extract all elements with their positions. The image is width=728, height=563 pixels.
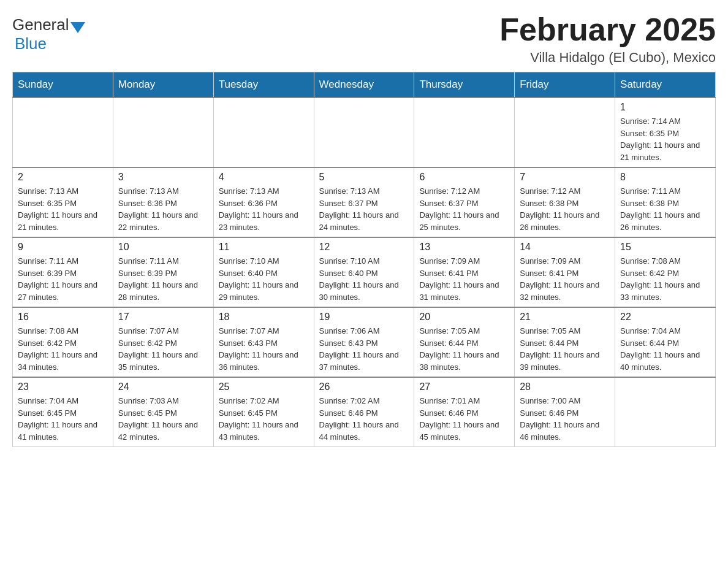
day-info: Sunrise: 7:10 AMSunset: 6:40 PMDaylight:… — [219, 255, 309, 303]
day-info: Sunrise: 7:12 AMSunset: 6:37 PMDaylight:… — [419, 185, 509, 233]
day-number: 18 — [219, 312, 309, 323]
day-number: 8 — [620, 172, 710, 183]
calendar-cell: 15Sunrise: 7:08 AMSunset: 6:42 PMDayligh… — [615, 237, 716, 307]
calendar-cell: 7Sunrise: 7:12 AMSunset: 6:38 PMDaylight… — [515, 167, 615, 237]
day-number: 10 — [118, 242, 208, 253]
day-number: 20 — [419, 312, 509, 323]
calendar-cell: 9Sunrise: 7:11 AMSunset: 6:39 PMDaylight… — [13, 237, 113, 307]
day-number: 2 — [18, 172, 108, 183]
calendar-cell: 25Sunrise: 7:02 AMSunset: 6:45 PMDayligh… — [213, 377, 314, 447]
location-title: Villa Hidalgo (El Cubo), Mexico — [499, 50, 716, 66]
calendar-cell: 20Sunrise: 7:05 AMSunset: 6:44 PMDayligh… — [414, 307, 515, 377]
calendar-cell: 16Sunrise: 7:08 AMSunset: 6:42 PMDayligh… — [13, 307, 113, 377]
weekday-header-saturday: Saturday — [615, 72, 716, 98]
day-number: 24 — [118, 381, 208, 393]
day-number: 9 — [18, 242, 108, 253]
logo-arrow-icon — [70, 22, 85, 33]
day-info: Sunrise: 7:13 AMSunset: 6:35 PMDaylight:… — [18, 185, 108, 233]
day-info: Sunrise: 7:06 AMSunset: 6:43 PMDaylight:… — [319, 325, 409, 373]
day-info: Sunrise: 7:13 AMSunset: 6:37 PMDaylight:… — [319, 185, 409, 233]
day-number: 26 — [319, 381, 409, 393]
day-number: 23 — [18, 381, 108, 393]
day-number: 7 — [520, 172, 610, 183]
day-info: Sunrise: 7:03 AMSunset: 6:45 PMDaylight:… — [118, 395, 208, 443]
weekday-header-row: SundayMondayTuesdayWednesdayThursdayFrid… — [13, 72, 716, 98]
day-info: Sunrise: 7:11 AMSunset: 6:38 PMDaylight:… — [620, 185, 710, 233]
calendar-cell: 3Sunrise: 7:13 AMSunset: 6:36 PMDaylight… — [113, 167, 213, 237]
day-info: Sunrise: 7:12 AMSunset: 6:38 PMDaylight:… — [520, 185, 610, 233]
day-info: Sunrise: 7:02 AMSunset: 6:46 PMDaylight:… — [319, 395, 409, 443]
day-info: Sunrise: 7:00 AMSunset: 6:46 PMDaylight:… — [520, 395, 610, 443]
calendar-cell: 24Sunrise: 7:03 AMSunset: 6:45 PMDayligh… — [113, 377, 213, 447]
day-info: Sunrise: 7:11 AMSunset: 6:39 PMDaylight:… — [18, 255, 108, 303]
calendar-cell — [113, 98, 213, 167]
calendar-cell: 21Sunrise: 7:05 AMSunset: 6:44 PMDayligh… — [515, 307, 615, 377]
day-info: Sunrise: 7:02 AMSunset: 6:45 PMDaylight:… — [219, 395, 309, 443]
day-info: Sunrise: 7:13 AMSunset: 6:36 PMDaylight:… — [219, 185, 309, 233]
day-info: Sunrise: 7:05 AMSunset: 6:44 PMDaylight:… — [520, 325, 610, 373]
weekday-header-sunday: Sunday — [13, 72, 113, 98]
logo: General Blue — [12, 12, 86, 53]
day-info: Sunrise: 7:08 AMSunset: 6:42 PMDaylight:… — [620, 255, 710, 303]
day-info: Sunrise: 7:01 AMSunset: 6:46 PMDaylight:… — [419, 395, 509, 443]
day-info: Sunrise: 7:04 AMSunset: 6:44 PMDaylight:… — [620, 325, 710, 373]
calendar-cell — [414, 98, 515, 167]
weekday-header-friday: Friday — [515, 72, 615, 98]
calendar-cell: 27Sunrise: 7:01 AMSunset: 6:46 PMDayligh… — [414, 377, 515, 447]
day-number: 17 — [118, 312, 208, 323]
day-number: 13 — [419, 242, 509, 253]
week-row-1: 1Sunrise: 7:14 AMSunset: 6:35 PMDaylight… — [13, 98, 716, 167]
calendar-cell: 22Sunrise: 7:04 AMSunset: 6:44 PMDayligh… — [615, 307, 716, 377]
calendar-cell: 17Sunrise: 7:07 AMSunset: 6:42 PMDayligh… — [113, 307, 213, 377]
calendar-cell: 4Sunrise: 7:13 AMSunset: 6:36 PMDaylight… — [213, 167, 314, 237]
day-info: Sunrise: 7:07 AMSunset: 6:43 PMDaylight:… — [219, 325, 309, 373]
day-number: 14 — [520, 242, 610, 253]
weekday-header-monday: Monday — [113, 72, 213, 98]
day-number: 19 — [319, 312, 409, 323]
calendar-cell: 8Sunrise: 7:11 AMSunset: 6:38 PMDaylight… — [615, 167, 716, 237]
week-row-5: 23Sunrise: 7:04 AMSunset: 6:45 PMDayligh… — [13, 377, 716, 447]
logo-general-text: General — [12, 15, 69, 34]
calendar-cell — [213, 98, 314, 167]
calendar-cell: 12Sunrise: 7:10 AMSunset: 6:40 PMDayligh… — [314, 237, 414, 307]
day-number: 25 — [219, 381, 309, 393]
weekday-header-tuesday: Tuesday — [213, 72, 314, 98]
page-header: General Blue February 2025 Villa Hidalgo… — [12, 12, 716, 66]
day-info: Sunrise: 7:13 AMSunset: 6:36 PMDaylight:… — [118, 185, 208, 233]
calendar-cell: 10Sunrise: 7:11 AMSunset: 6:39 PMDayligh… — [113, 237, 213, 307]
week-row-2: 2Sunrise: 7:13 AMSunset: 6:35 PMDaylight… — [13, 167, 716, 237]
weekday-header-wednesday: Wednesday — [314, 72, 414, 98]
week-row-4: 16Sunrise: 7:08 AMSunset: 6:42 PMDayligh… — [13, 307, 716, 377]
calendar-cell: 19Sunrise: 7:06 AMSunset: 6:43 PMDayligh… — [314, 307, 414, 377]
calendar-cell — [13, 98, 113, 167]
calendar-cell: 13Sunrise: 7:09 AMSunset: 6:41 PMDayligh… — [414, 237, 515, 307]
day-number: 1 — [620, 102, 710, 113]
day-number: 12 — [319, 242, 409, 253]
calendar-cell — [314, 98, 414, 167]
day-number: 6 — [419, 172, 509, 183]
day-number: 15 — [620, 242, 710, 253]
calendar-cell: 23Sunrise: 7:04 AMSunset: 6:45 PMDayligh… — [13, 377, 113, 447]
calendar-cell — [615, 377, 716, 447]
day-info: Sunrise: 7:11 AMSunset: 6:39 PMDaylight:… — [118, 255, 208, 303]
calendar-cell: 14Sunrise: 7:09 AMSunset: 6:41 PMDayligh… — [515, 237, 615, 307]
day-number: 3 — [118, 172, 208, 183]
calendar-cell: 11Sunrise: 7:10 AMSunset: 6:40 PMDayligh… — [213, 237, 314, 307]
calendar-cell — [515, 98, 615, 167]
calendar-cell: 28Sunrise: 7:00 AMSunset: 6:46 PMDayligh… — [515, 377, 615, 447]
calendar-cell: 6Sunrise: 7:12 AMSunset: 6:37 PMDaylight… — [414, 167, 515, 237]
calendar-cell: 2Sunrise: 7:13 AMSunset: 6:35 PMDaylight… — [13, 167, 113, 237]
day-number: 21 — [520, 312, 610, 323]
day-number: 11 — [219, 242, 309, 253]
day-info: Sunrise: 7:09 AMSunset: 6:41 PMDaylight:… — [419, 255, 509, 303]
day-info: Sunrise: 7:07 AMSunset: 6:42 PMDaylight:… — [118, 325, 208, 373]
day-info: Sunrise: 7:10 AMSunset: 6:40 PMDaylight:… — [319, 255, 409, 303]
weekday-header-thursday: Thursday — [414, 72, 515, 98]
calendar-table: SundayMondayTuesdayWednesdayThursdayFrid… — [12, 72, 716, 447]
logo-blue-text: Blue — [15, 34, 47, 53]
calendar-cell: 1Sunrise: 7:14 AMSunset: 6:35 PMDaylight… — [615, 98, 716, 167]
day-number: 5 — [319, 172, 409, 183]
day-number: 22 — [620, 312, 710, 323]
day-info: Sunrise: 7:14 AMSunset: 6:35 PMDaylight:… — [620, 115, 710, 163]
month-title: February 2025 — [499, 12, 716, 47]
